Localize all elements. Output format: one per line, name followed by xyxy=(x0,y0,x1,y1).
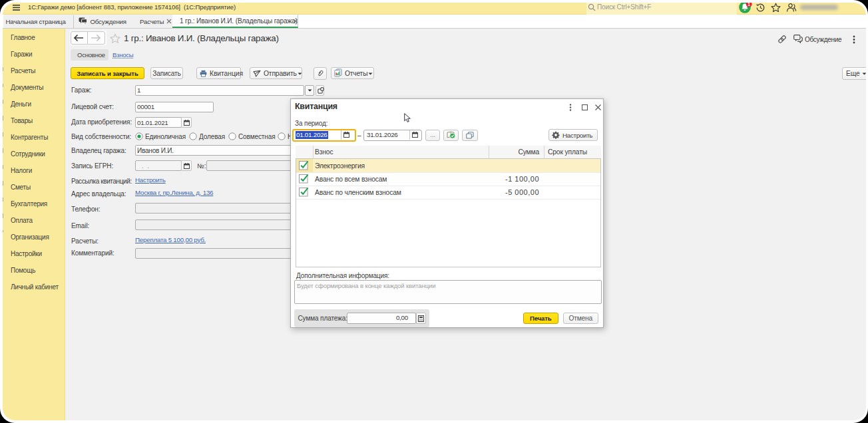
svg-text:1: 1 xyxy=(748,3,750,7)
